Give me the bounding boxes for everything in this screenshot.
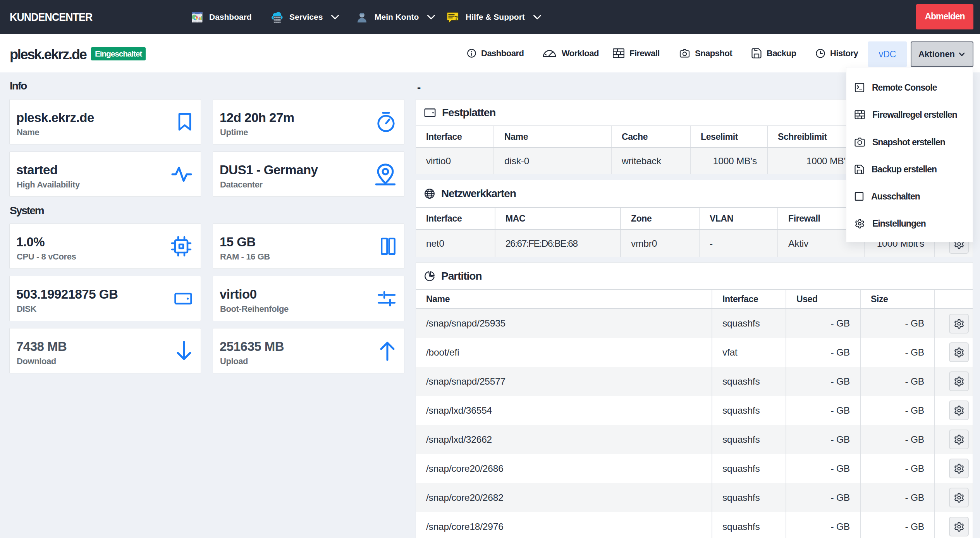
svg-text:?: ?: [455, 14, 458, 21]
